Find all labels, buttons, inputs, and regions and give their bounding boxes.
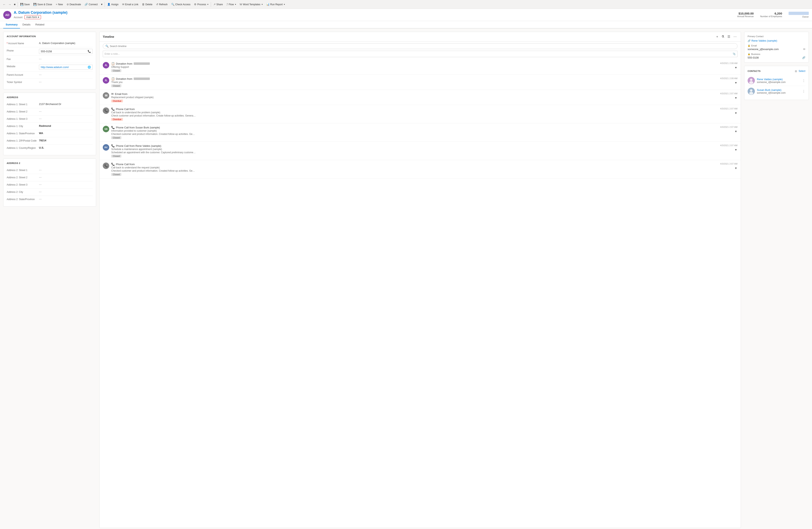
delete-button[interactable]: 🗑 Delete xyxy=(140,2,154,7)
employees-stat: 6,200 Number of Employees xyxy=(760,12,782,18)
contact-menu-2[interactable]: ⋮ xyxy=(802,89,805,93)
timeline-header: Timeline + ⚗ ☰ ⋯ xyxy=(100,32,741,42)
primary-contact-link[interactable]: 🔗 Rene Valdes (sample) xyxy=(748,39,805,42)
field-a2-state: Address 2: State/Province --- xyxy=(7,196,93,203)
timeline-expand-button[interactable]: ▾ xyxy=(734,129,738,134)
timeline-item-subtitle: Call back to understand the problem (sam… xyxy=(111,111,711,114)
timeline-more-button[interactable]: ⋯ xyxy=(733,34,738,39)
timeline-list-button[interactable]: ☰ xyxy=(727,34,731,39)
timeline-item-meta: 4/3/2021 2:07 AM ▾ xyxy=(713,126,738,134)
owner-value[interactable] xyxy=(788,12,809,15)
timeline-expand-button[interactable]: ▾ xyxy=(734,111,738,115)
contact-avatar-2 xyxy=(748,88,755,95)
form-selector[interactable]: main form ▾ xyxy=(25,15,41,19)
field-zip: Address 1: ZIP/Postal Code 78214 xyxy=(7,137,93,145)
new-button[interactable]: + New xyxy=(54,2,64,7)
address-card: ADDRESS Address 1: Street 1 2137 Birchwo… xyxy=(3,93,96,155)
value-street1[interactable]: 2137 Birchwood Dr xyxy=(39,103,93,105)
contact-name-2[interactable]: Susan Burk (sample) xyxy=(757,88,800,91)
main-content: ACCOUNT INFORMATION Account Name A. Datu… xyxy=(0,28,812,529)
field-account-name: Account Name A. Datum Corporation (sampl… xyxy=(7,40,93,47)
field-street1: Address 1: Street 1 2137 Birchwood Dr xyxy=(7,101,93,108)
value-ticker-symbol[interactable]: --- xyxy=(39,80,93,83)
record-type: Account xyxy=(14,16,23,19)
input-phone[interactable]: 555-0158 📞 xyxy=(39,49,93,54)
phone-icon: 📞 xyxy=(88,50,91,53)
forward-button[interactable]: → xyxy=(7,2,12,7)
value-state[interactable]: WA xyxy=(39,132,93,135)
connect-button[interactable]: 🔗 Connect xyxy=(83,2,99,7)
input-website[interactable]: http://www.adatum.com/ 🌐 xyxy=(39,65,93,70)
contact-menu-1[interactable]: ⋮ xyxy=(802,79,805,83)
back-button[interactable]: ← xyxy=(2,2,7,7)
timeline-item-desc: Check customer and product information. … xyxy=(111,114,196,117)
timeline-filter-button[interactable]: ⚗ xyxy=(721,34,725,39)
globe-icon: 🌐 xyxy=(88,66,91,69)
lock-icon: 🔒 xyxy=(748,44,751,47)
tab-summary[interactable]: Summary xyxy=(3,21,20,28)
assign-button[interactable]: 👤 Assign xyxy=(105,2,120,7)
note-input-area[interactable]: Enter a note... 📎 xyxy=(103,51,738,57)
value-parent-account[interactable]: --- xyxy=(39,73,93,76)
flow-button[interactable]: ⤴ Flow xyxy=(225,2,237,7)
field-a2-street2: Address 2: Street 2 --- xyxy=(7,174,93,181)
timeline-item-meta: 4/3/2021 2:07 AM ▾ xyxy=(713,162,738,170)
value-street2[interactable]: --- xyxy=(39,110,93,113)
phone-call-icon: 📞 xyxy=(111,162,115,166)
timeline-item-desc: Scheduled an appointment with the custom… xyxy=(111,151,196,154)
deactivate-button[interactable]: ⊘ Deactivate xyxy=(65,2,83,7)
contacts-grid-icon: ⊞ xyxy=(795,70,797,73)
contact-avatar-1 xyxy=(748,77,755,84)
word-templates-button[interactable]: W Word Templates xyxy=(238,2,264,7)
svg-point-4 xyxy=(750,89,752,92)
process-button[interactable]: ⚙ Process xyxy=(192,2,210,7)
label-street3: Address 1: Street 3 xyxy=(7,117,39,120)
value-a2-city[interactable]: --- xyxy=(39,190,93,193)
timeline-search-input[interactable] xyxy=(110,45,735,48)
value-zip[interactable]: 78214 xyxy=(39,139,93,142)
save-close-button[interactable]: 💾 Save & Close xyxy=(32,2,54,7)
value-a2-street1[interactable]: --- xyxy=(39,168,93,171)
value-fax[interactable]: --- xyxy=(39,57,93,60)
record-name[interactable]: A. Datum Corporation (sample) xyxy=(14,11,737,15)
status-badge-closed: Closed xyxy=(111,155,121,157)
more-button[interactable]: ▼ xyxy=(100,2,104,7)
divider-1 xyxy=(17,2,18,7)
contact-row: Susan Burk (sample) someone_i@example.co… xyxy=(748,86,805,97)
label-a2-street1: Address 2: Street 1 xyxy=(7,168,39,172)
timeline-item-content: 📋 Donation from Thank you Closed xyxy=(111,77,711,87)
blurred-name xyxy=(134,62,150,65)
value-account-name[interactable]: A. Datum Corporation (sample) xyxy=(39,42,93,45)
run-report-button[interactable]: 📊 Run Report xyxy=(265,2,287,7)
value-a2-street3[interactable]: --- xyxy=(39,183,93,186)
email-send-icon[interactable]: ✉ xyxy=(803,48,805,51)
value-a2-street2[interactable]: --- xyxy=(39,176,93,179)
timeline-avatar: ✉ xyxy=(103,92,109,99)
run-report-icon: 📊 xyxy=(266,3,270,6)
check-access-button[interactable]: 🔍 Check Access xyxy=(170,2,192,7)
save-button[interactable]: 💾 Save xyxy=(18,2,31,7)
timeline-expand-button[interactable]: ▾ xyxy=(734,166,738,170)
value-street3[interactable]: --- xyxy=(39,117,93,120)
timeline-expand-button[interactable]: ▾ xyxy=(734,147,738,152)
timeline-add-button[interactable]: + xyxy=(715,34,719,39)
phone-dial-icon[interactable]: 🔗 xyxy=(802,56,805,59)
timeline-expand-button[interactable]: ▾ xyxy=(734,96,738,100)
value-city[interactable]: Redmond xyxy=(39,124,93,127)
timeline-expand-button[interactable]: ▾ xyxy=(734,80,738,85)
contacts-select-button[interactable]: Select xyxy=(799,69,805,73)
value-country[interactable]: U.S. xyxy=(39,146,93,149)
tab-details[interactable]: Details xyxy=(20,21,33,28)
field-city: Address 1: City Redmond xyxy=(7,123,93,130)
contact-name-1[interactable]: Rene Valdes (sample) xyxy=(757,78,800,81)
value-a2-state[interactable]: --- xyxy=(39,198,93,200)
annual-revenue-label: Annual Revenue xyxy=(737,15,754,17)
timeline-item-meta: 4/3/2021 2:08 AM ▾ xyxy=(713,77,738,85)
home-button[interactable]: ■ xyxy=(13,2,17,7)
email-link-button[interactable]: ✉ Email a Link xyxy=(120,2,140,7)
timeline-expand-button[interactable]: ▾ xyxy=(734,65,738,70)
tab-related[interactable]: Related xyxy=(33,21,47,28)
share-button[interactable]: ↗ Share xyxy=(212,2,224,7)
refresh-button[interactable]: ↺ Refresh xyxy=(155,2,169,7)
timeline-item: 📞 📞 Phone Call from Call back to underst… xyxy=(100,105,741,123)
